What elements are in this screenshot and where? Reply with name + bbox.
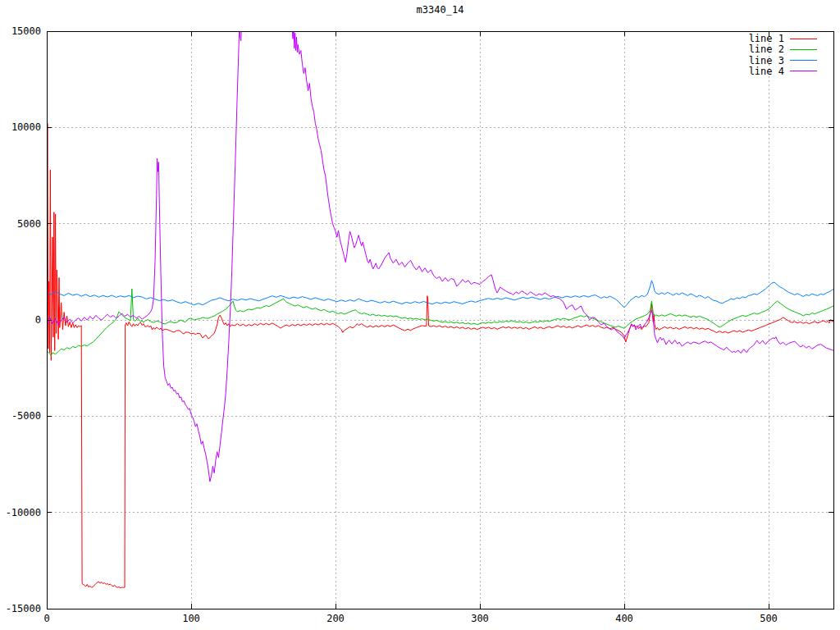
legend-label-line-2: line 2 xyxy=(749,43,784,55)
y-tick-label-15000: 15000 xyxy=(11,25,41,37)
x-tick-label-100: 100 xyxy=(182,613,200,624)
x-tick-label-400: 400 xyxy=(615,613,633,624)
chart-title: m3340_14 xyxy=(47,4,833,16)
legend-label-line-1: line 1 xyxy=(749,33,784,44)
legend: line 1line 2line 3line 4 xyxy=(749,33,817,77)
y-tick-label-5000: 5000 xyxy=(17,218,41,230)
legend-label-line-3: line 3 xyxy=(749,55,784,66)
x-tick-label-500: 500 xyxy=(760,613,778,624)
gnuplot-chart-screenshot: 0100200300400500-15000-10000-50000500010… xyxy=(0,0,840,630)
plot-canvas: 0100200300400500-15000-10000-50000500010… xyxy=(0,0,840,630)
series-group xyxy=(47,20,833,588)
y-tick-label-0: 0 xyxy=(35,314,41,326)
legend-label-line-4: line 4 xyxy=(749,66,784,77)
series-line-4 xyxy=(47,20,833,482)
y-tick-label--15000: -15000 xyxy=(6,603,41,614)
series-line-3 xyxy=(47,281,833,308)
y-tick-label--10000: -10000 xyxy=(6,507,41,518)
x-tick-label-300: 300 xyxy=(471,613,489,624)
x-tick-label-0: 0 xyxy=(43,613,49,624)
y-tick-label--5000: -5000 xyxy=(11,410,41,422)
y-tick-label-10000: 10000 xyxy=(11,121,41,133)
x-tick-label-200: 200 xyxy=(326,613,345,624)
series-line-1 xyxy=(47,124,833,588)
